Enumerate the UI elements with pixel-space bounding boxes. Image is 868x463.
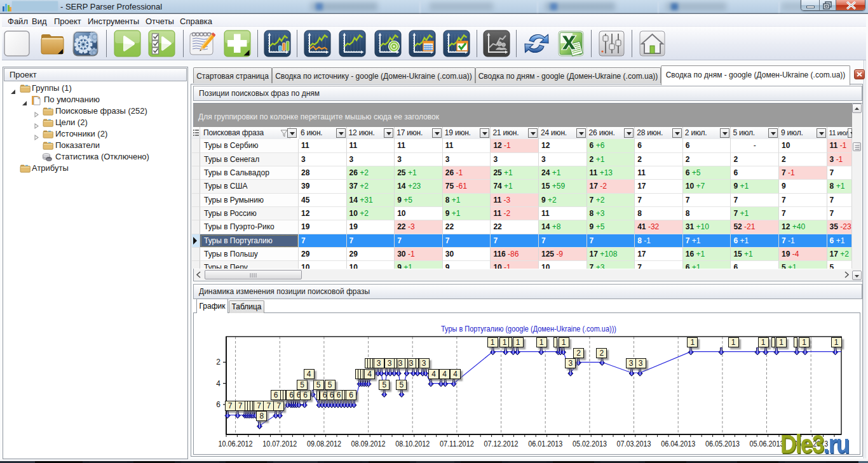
svg-text:07.11.2012: 07.11.2012 xyxy=(440,439,474,448)
svg-text:06.05.2013: 06.05.2013 xyxy=(705,439,740,448)
svg-text:07.03.2013: 07.03.2013 xyxy=(617,439,651,448)
svg-text:05.02.2013: 05.02.2013 xyxy=(573,439,607,448)
svg-text:2: 2 xyxy=(216,358,220,366)
svg-text:06.01.2013: 06.01.2013 xyxy=(528,439,562,448)
svg-text:09.08.2012: 09.08.2012 xyxy=(307,439,341,448)
svg-text:10.06.2012: 10.06.2012 xyxy=(219,439,253,448)
svg-text:6: 6 xyxy=(216,400,220,409)
svg-text:08.09.2012: 08.09.2012 xyxy=(351,439,386,448)
svg-text:07.12.2012: 07.12.2012 xyxy=(484,439,519,448)
svg-text:08.10.2012: 08.10.2012 xyxy=(395,439,430,448)
svg-text:10.07.2012: 10.07.2012 xyxy=(262,439,297,448)
svg-text:05.06.2013: 05.06.2013 xyxy=(750,439,784,448)
svg-text:06.04.2013: 06.04.2013 xyxy=(661,439,695,448)
svg-text:4: 4 xyxy=(216,379,220,388)
svg-text:Туры в Португалию (google (Дом: Туры в Португалию (google (Домен-Ukraine… xyxy=(441,324,616,333)
